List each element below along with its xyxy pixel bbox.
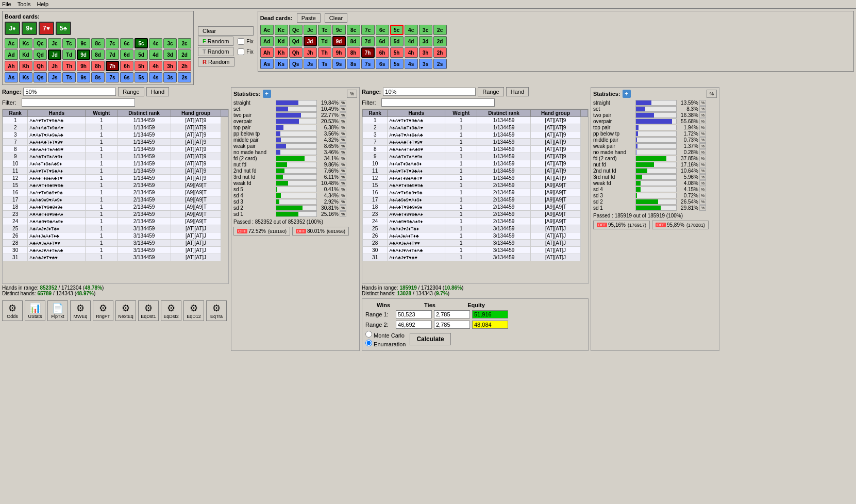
table-row[interactable]: 11 A♠A♥T♦T♥9♣A♦ 1 1/134459 [AT][AT]9 [363, 167, 588, 175]
card-9s[interactable]: 9s [77, 72, 90, 82]
table-row[interactable]: 11 A♠A♥T♦T♥9♣A♦ 1 1/134459 [AT][AT]9 [3, 167, 228, 175]
r1-ties-input[interactable] [434, 310, 470, 318]
stats-pct-btn[interactable]: % [699, 205, 706, 211]
stats-pct-btn[interactable]: % [340, 149, 346, 155]
table-row[interactable]: 8 A♣A♠A♦T♠A♣9♥ 1 1/134459 [AT][AT]9 [363, 146, 588, 153]
card-7s[interactable]: 7s [106, 72, 119, 82]
enumaration-radio[interactable] [365, 340, 372, 346]
card-Js[interactable]: Js [48, 72, 61, 82]
dead-Ad[interactable]: Ad [260, 36, 274, 46]
table-row[interactable]: 25 A♣A♦J♥J♦T♣♦ 1 3/134459 [AT][AT]J [3, 225, 228, 232]
card-2c[interactable]: 2c [178, 38, 191, 48]
dead-Ah[interactable]: Ah [260, 47, 274, 58]
table-row[interactable]: 7 A♠A♦A♣T♦T♥9♥ 1 1/134459 [AT][AT]9 [363, 139, 588, 146]
nav-eqdst1[interactable]: ⚙EqDst1 [138, 300, 159, 321]
card-4c[interactable]: 4c [149, 38, 162, 48]
card-9h[interactable]: 9h [77, 61, 90, 71]
random-f-button[interactable]: F Random [198, 37, 233, 46]
dead-Qh[interactable]: Qh [289, 47, 303, 58]
dead-2h[interactable]: 2h [433, 47, 447, 58]
table-row[interactable]: 28 A♣A♥J♠A♦T♥♥ 1 3/134459 [AT][AT]J [3, 240, 228, 247]
board-card-5c[interactable]: 5♣ [56, 22, 71, 35]
dead-9c[interactable]: 9c [332, 25, 346, 35]
table-row[interactable]: 3 A♥A♠T♥A♦9♠A♣ 1 1/134459 [AT][AT]9 [363, 131, 588, 139]
card-6d[interactable]: 6d [120, 49, 133, 60]
dead-7s[interactable]: 7s [361, 59, 375, 69]
table-row[interactable]: 12 A♦A♠T♦9♠A♣T♥ 1 1/134459 [AT][AT]9 [363, 175, 588, 182]
card-8h[interactable]: 8h [91, 61, 105, 71]
card-4s[interactable]: 4s [149, 72, 162, 82]
stats-pct-btn[interactable]: % [340, 162, 346, 167]
card-Ad[interactable]: Ad [5, 49, 18, 60]
card-As[interactable]: As [5, 72, 18, 82]
r1-equity-input[interactable] [472, 310, 508, 318]
dead-Th[interactable]: Th [318, 47, 331, 58]
dead-4d[interactable]: 4d [405, 36, 418, 46]
dead-4h[interactable]: 4h [405, 47, 418, 58]
stats1-add-btn[interactable]: + [263, 90, 271, 98]
nav-mweq[interactable]: ⚙MWEq [70, 300, 91, 321]
r2-equity-input[interactable] [472, 321, 508, 329]
card-Kd[interactable]: Kd [19, 49, 32, 60]
card-8s[interactable]: 8s [91, 72, 105, 82]
stats-pct-btn[interactable]: % [340, 106, 346, 112]
table-row[interactable]: 26 A♠A♦J♠A♦T♦♣ 1 3/134459 [AT][AT]J [363, 232, 588, 240]
table-row[interactable]: 24 A♥A♣9♥9♣A♠9♦ 1 2/134459 [A9][A9]T [3, 218, 228, 225]
card-6c[interactable]: 6c [120, 38, 133, 48]
table-row[interactable]: 30 A♣A♦J♥A♦T♠A♣ 1 3/134459 [AT][AT]J [3, 247, 228, 254]
stats-pct-btn[interactable]: % [340, 112, 346, 118]
card-4d[interactable]: 4d [149, 49, 162, 60]
stats-pct-btn[interactable]: % [699, 119, 706, 124]
table-row[interactable]: 1 A♠A♥T♦T♥9♣A♣ 1 1/134459 [AT][AT]9 [3, 117, 228, 124]
table-row[interactable]: 10 A♦A♠T♦9♠A♣9♦ 1 1/134459 [AT][AT]9 [3, 160, 228, 167]
nav-rngft[interactable]: ⚙RngFT [93, 300, 113, 321]
dead-Ks[interactable]: Ks [275, 59, 288, 69]
paste-button[interactable]: Paste [297, 13, 321, 23]
stats-pct-btn[interactable]: % [699, 131, 706, 137]
card-7c[interactable]: 7c [106, 38, 119, 48]
range2-hand-btn[interactable]: Hand [506, 87, 529, 96]
dead-clear-button[interactable]: Clear [325, 13, 347, 23]
stats1-toggle1[interactable]: OFF 72.52% (618160) [233, 227, 290, 236]
dead-6d[interactable]: 6d [376, 36, 389, 46]
stats-pct-btn[interactable]: % [699, 112, 706, 118]
dead-9s[interactable]: 9s [332, 59, 346, 69]
nav-eqtra[interactable]: ⚙EqTra [206, 300, 227, 321]
dead-7c[interactable]: 7c [361, 25, 375, 35]
stats-pct-btn[interactable]: % [699, 180, 706, 186]
card-Th[interactable]: Th [62, 61, 76, 71]
clear-button[interactable]: Clear [198, 26, 254, 36]
dead-9h[interactable]: 9h [332, 47, 346, 58]
dead-Ts[interactable]: Ts [318, 59, 331, 69]
table-row[interactable]: 30 A♣A♦J♥A♦T♠A♣ 1 3/134459 [AT][AT]J [363, 247, 588, 254]
table-row[interactable]: 1 A♠A♥T♦T♥9♣A♣ 1 1/134459 [AT][AT]9 [363, 117, 588, 124]
card-Tc[interactable]: Tc [62, 38, 76, 48]
card-Qd[interactable]: Qd [33, 49, 47, 60]
dead-5s[interactable]: 5s [390, 59, 404, 69]
card-2s[interactable]: 2s [178, 72, 191, 82]
card-Ah[interactable]: Ah [5, 61, 18, 71]
dead-2c[interactable]: 2c [433, 25, 447, 35]
stats-pct-btn[interactable]: % [340, 156, 346, 161]
stats-pct-btn[interactable]: % [340, 137, 346, 143]
dead-3d[interactable]: 3d [419, 36, 432, 46]
stats-pct-btn[interactable]: % [340, 143, 346, 149]
table-row[interactable]: 23 A♥A♣T♦9♥9♣A♦ 1 2/134459 [A9][A9]T [363, 211, 588, 218]
card-Ks[interactable]: Ks [19, 72, 32, 82]
dead-Jh[interactable]: Jh [304, 47, 317, 58]
stats1-pct-btn[interactable]: % [347, 90, 357, 98]
table-row[interactable]: 3 A♥A♠T♥A♦9♠A♣ 1 1/134459 [AT][AT]9 [3, 131, 228, 139]
table-row[interactable]: 8 A♣A♠A♦T♠A♣9♥ 1 1/134459 [AT][AT]9 [3, 146, 228, 153]
card-2h[interactable]: 2h [178, 61, 191, 71]
fix-f-checkbox[interactable] [238, 38, 244, 45]
stats2-toggle1[interactable]: OFF 95,16% (176917) [593, 221, 650, 229]
table-row[interactable]: 2 A♠A♦A♣T♦9♣A♥ 1 1/134459 [AT][AT]9 [3, 124, 228, 131]
card-3s[interactable]: 3s [163, 72, 177, 82]
stats-pct-btn[interactable]: % [340, 100, 346, 106]
card-7h[interactable]: 7h [106, 61, 119, 71]
menu-tools[interactable]: Tools [18, 1, 31, 7]
dead-6c[interactable]: 6c [376, 25, 389, 35]
stats-pct-btn[interactable]: % [699, 162, 706, 167]
card-2d[interactable]: 2d [178, 49, 191, 60]
stats-pct-btn[interactable]: % [340, 119, 346, 124]
